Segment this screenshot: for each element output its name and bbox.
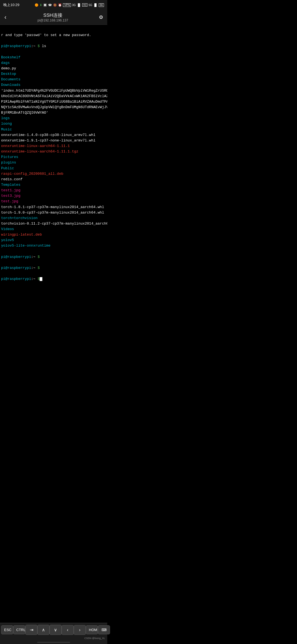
- download-icon: ⬇: [40, 3, 42, 7]
- list-item: Music: [1, 127, 106, 132]
- list-item: P1RlAwpRblFhAT1aNlVgUTYGMlFiUG8Ba1BiAiRV…: [1, 99, 106, 105]
- settings-button[interactable]: ⚙: [99, 13, 103, 21]
- list-item: raspi-config_20200601_all.deb: [1, 171, 106, 177]
- prompt-line-3: pi@raspberrypi:~ $: [1, 265, 106, 271]
- nav-title-block: SSH连接 pi@192.168.196.137: [37, 12, 68, 22]
- status-time: 晚上10:29: [3, 2, 20, 7]
- signal-2: ▐▌: [93, 3, 98, 7]
- nav-subtitle: pi@192.168.196.137: [37, 18, 68, 22]
- nav-title: SSH连接: [37, 12, 68, 18]
- hd-badge: HD: [82, 3, 87, 7]
- list-item: Videos: [1, 227, 106, 232]
- terminal-area[interactable]: r and type 'passwd' to set a new passwor…: [0, 25, 107, 290]
- list-item: yolov5-lite-onnxruntime: [1, 243, 106, 249]
- prev-line: r and type 'passwd' to set a new passwor…: [1, 32, 106, 38]
- list-item: demo.py: [1, 66, 106, 71]
- list-item: torch+torchvision: [1, 215, 106, 221]
- list-item: redis.conf: [1, 177, 106, 182]
- signal-1: ▐▌: [77, 3, 81, 7]
- list-item: onnxruntime-linux-aarch64-1.11.1.tgz: [1, 149, 106, 154]
- status-icons: 🟠 ⬇ 🔲 ☎ 🔕 ⏰ VPN 3G ▐▌ HD 5G ▐▌ 66: [35, 3, 104, 7]
- list-item: test.jpg: [1, 199, 106, 204]
- list-item: UHoCdlVtAC8OOVNtASFXalAiV2QDaVVkACxWK1A%…: [1, 94, 106, 99]
- list-item: plugins: [1, 160, 106, 165]
- vpn-badge: VPN: [63, 3, 71, 7]
- list-item: logs: [1, 116, 106, 121]
- prompt-line-4: pi@raspberrypi:~ $: [1, 276, 106, 282]
- 3g-badge: 3G: [72, 4, 76, 7]
- nav-bar: ‹ SSH连接 pi@192.168.196.137 ⚙: [0, 10, 107, 25]
- list-item: Documents: [1, 77, 106, 82]
- list-item: 'index.html?UDYAPg4%2FVGUDClFpUWQBbVplVW…: [1, 88, 106, 94]
- list-item: BjFRM1BnATtQZQI0VWYAO': [1, 110, 106, 116]
- list-item: torch-1.8.1-cp37-cp37m-manylinux2014_aar…: [1, 204, 106, 210]
- list-item: test3.jpg: [1, 193, 106, 199]
- list-item: onnxruntime-1.9.1-cp37-none-linux_armv7l…: [1, 138, 106, 143]
- list-item: wiringpi-latest.deb: [1, 232, 106, 238]
- back-button[interactable]: ‹: [4, 14, 6, 21]
- status-bar: 晚上10:29 🟠 ⬇ 🔲 ☎ 🔕 ⏰ VPN 3G ▐▌ HD 5G ▐▌ 6…: [0, 0, 107, 10]
- list-item: Downloads: [1, 82, 106, 88]
- 5g-badge: 5G: [89, 4, 92, 7]
- list-item: Templates: [1, 182, 106, 188]
- prompt-line-1: pi@raspberrypi:~ $ ls: [1, 43, 106, 49]
- list-item: dags: [1, 60, 106, 66]
- list-item: onnxruntime-linux-aarch64-1.11.1: [1, 143, 106, 149]
- list-item: onnxruntime-1.4.0-cp38-cp38-linux_armv7l…: [1, 132, 106, 138]
- list-item: Desktop: [1, 71, 106, 77]
- list-item: NQY1c5AzBVMwAxVndQJgUpVWlQYgBnDmFUMgN6UT…: [1, 105, 106, 110]
- list-item: torch-1.9.0-cp37-cp37m-manylinux2014_aar…: [1, 210, 106, 215]
- silent-icon: 🔕: [53, 3, 57, 7]
- alarm-icon: ⏰: [58, 3, 62, 7]
- xiaomi-icon: 🔲: [43, 3, 47, 7]
- list-item: yolov5: [1, 238, 106, 243]
- list-item: torchvision-0.11.2-cp37-cp37m-manylinux2…: [1, 221, 106, 227]
- bluetooth-icon: ☎: [48, 3, 52, 7]
- notification-icon: 🟠: [35, 3, 38, 7]
- list-item: loong: [1, 121, 106, 127]
- prompt-line-2: pi@raspberrypi:~ $: [1, 254, 106, 260]
- battery-icon: 66: [99, 3, 104, 7]
- file-list: Bookshelfdagsdemo.pyDesktopDocumentsDown…: [1, 55, 106, 249]
- list-item: Bookshelf: [1, 55, 106, 60]
- list-item: Pictures: [1, 154, 106, 160]
- list-item: test1.jpg: [1, 188, 106, 193]
- list-item: Public: [1, 166, 106, 171]
